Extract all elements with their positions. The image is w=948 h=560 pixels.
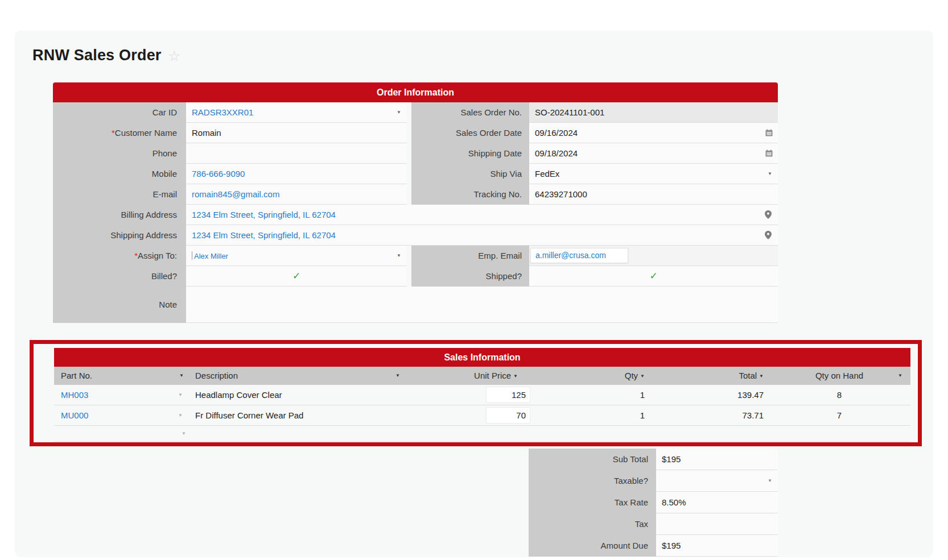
customer-name-value: Romain (192, 128, 221, 138)
taxable-dropdown[interactable]: ▼ (656, 470, 778, 492)
emp-email-label: Emp. Email (411, 246, 529, 266)
sub-total-value: $195 (656, 449, 778, 470)
favorite-star-icon[interactable]: ☆ (168, 48, 180, 64)
amount-due-label: Amount Due (529, 535, 656, 557)
chevron-down-icon[interactable]: ▼ (178, 385, 183, 405)
col-part-no[interactable]: Part No.▼ (54, 367, 191, 385)
car-id-value: RADSR3XXR01 (192, 107, 253, 117)
sales-row-2: MU000▼ Fr Diffuser Corner Wear Pad 70 1 … (54, 405, 910, 426)
mobile-field[interactable]: 786-666-9090 (186, 164, 407, 184)
car-id-dropdown[interactable]: RADSR3XXR01 ▼ (186, 102, 407, 123)
description-cell: Headlamp Cover Clear (191, 385, 407, 405)
emp-email-input[interactable]: a.miller@crusa.com (530, 248, 628, 263)
unit-price-input[interactable]: 70 (486, 407, 530, 424)
row-billed-shipped: Billed? ✓ Shipped? ✓ (53, 266, 778, 287)
sales-row-1: MH003▼ Headlamp Cover Clear 125 1 139.47… (54, 385, 910, 405)
row-email: E-mail romain845@gmail.com Tracking No. … (53, 184, 778, 205)
qty-on-hand-cell: 8 (768, 385, 910, 405)
customer-name-field[interactable]: Romain (186, 123, 407, 143)
sales-order-date-label: Sales Order Date (411, 123, 529, 143)
chevron-down-icon[interactable]: ▼ (179, 367, 184, 385)
sales-order-no-label: Sales Order No. (411, 102, 529, 123)
note-field[interactable] (186, 287, 778, 323)
sort-icon[interactable]: ▼ (640, 374, 645, 379)
sort-icon[interactable]: ▼ (513, 374, 518, 379)
col-unit-price[interactable]: Unit Price▼ (407, 367, 535, 385)
phone-label: Phone (53, 143, 186, 164)
amount-due-value: $195 (656, 535, 778, 557)
row-assign-to: *Assign To: Alex Miller ▼ Emp. Email a.m… (53, 246, 778, 266)
chevron-down-icon[interactable]: ▼ (395, 367, 400, 385)
chevron-down-icon[interactable]: ▼ (397, 102, 401, 123)
row-tax-rate: Tax Rate 8.50% (529, 492, 778, 513)
email-field[interactable]: romain845@gmail.com (186, 184, 407, 205)
row-note: Note (53, 287, 778, 323)
qty-cell[interactable]: 1 (535, 405, 652, 425)
order-information-section: Order Information Car ID RADSR3XXR01 ▼ S… (53, 82, 778, 323)
map-pin-icon[interactable] (765, 231, 772, 239)
chevron-down-icon[interactable]: ▼ (182, 426, 186, 442)
order-summary-section: Sub Total $195 Taxable? ▼ Tax Rate 8.50%… (529, 449, 778, 557)
chevron-down-icon[interactable]: ▼ (768, 164, 772, 184)
col-total[interactable]: Total▼ (652, 367, 768, 385)
part-no-dropdown[interactable]: MH003▼ (54, 385, 191, 405)
row-taxable: Taxable? ▼ (529, 470, 778, 492)
chevron-down-icon[interactable]: ▼ (178, 405, 183, 426)
qty-cell[interactable]: 1 (535, 385, 652, 405)
phone-field[interactable] (186, 143, 407, 164)
unit-price-input[interactable]: 125 (486, 387, 530, 403)
order-information-header: Order Information (53, 82, 778, 102)
sales-table-header-row: Part No.▼ Description▼ Unit Price▼ Qty▼ … (54, 367, 910, 385)
row-car-id: Car ID RADSR3XXR01 ▼ Sales Order No. SO-… (53, 102, 778, 123)
ship-via-label: Ship Via (411, 164, 529, 184)
shipping-address-field[interactable]: 1234 Elm Street, Springfield, IL 62704 (186, 225, 778, 246)
row-phone: Phone Shipping Date 09/18/2024 (53, 143, 778, 164)
chevron-down-icon[interactable]: ▼ (898, 367, 902, 385)
shipping-date-label: Shipping Date (411, 143, 529, 164)
billed-checkmark[interactable]: ✓ (186, 266, 407, 287)
assign-to-label: *Assign To: (53, 246, 186, 266)
page-title: RNW Sales Order (32, 47, 162, 64)
sales-row-empty[interactable]: ▼ (54, 426, 910, 442)
sort-icon[interactable]: ▼ (759, 374, 764, 379)
billing-address-field[interactable]: 1234 Elm Street, Springfield, IL 62704 (186, 205, 778, 225)
unit-price-cell: 125 (407, 385, 535, 405)
calendar-icon[interactable] (765, 150, 773, 157)
sales-order-date-field[interactable]: 09/16/2024 (529, 123, 778, 143)
shipped-label: Shipped? (411, 266, 529, 287)
tracking-no-field[interactable]: 64239271000 (529, 184, 778, 205)
row-billing-address: Billing Address 1234 Elm Street, Springf… (53, 205, 778, 225)
description-cell: Fr Diffuser Corner Wear Pad (191, 405, 407, 425)
sales-information-header: Sales Information (54, 348, 910, 367)
email-value: romain845@gmail.com (192, 189, 279, 199)
row-shipping-address: Shipping Address 1234 Elm Street, Spring… (53, 225, 778, 246)
part-no-dropdown[interactable]: MU000▼ (54, 405, 191, 425)
email-label: E-mail (53, 184, 186, 205)
total-cell: 73.71 (652, 405, 768, 425)
map-pin-icon[interactable] (765, 210, 772, 219)
chevron-down-icon[interactable]: ▼ (397, 246, 401, 266)
tracking-no-label: Tracking No. (411, 184, 529, 205)
emp-email-field: a.miller@crusa.com (529, 246, 778, 266)
col-qty-on-hand[interactable]: Qty on Hand▼ (768, 367, 910, 385)
chevron-down-icon[interactable]: ▼ (768, 470, 772, 492)
calendar-icon[interactable] (765, 129, 773, 136)
sales-order-no-value: SO-20241101-001 (535, 107, 604, 117)
col-qty[interactable]: Qty▼ (535, 367, 652, 385)
note-label: Note (53, 287, 186, 323)
car-id-label: Car ID (53, 102, 186, 123)
row-amount-due: Amount Due $195 (529, 535, 778, 557)
tracking-no-value: 64239271000 (535, 189, 587, 199)
shipping-address-label: Shipping Address (53, 225, 186, 246)
sub-total-label: Sub Total (529, 449, 656, 470)
total-cell: 139.47 (652, 385, 768, 405)
tax-rate-label: Tax Rate (529, 492, 656, 513)
shipped-checkmark[interactable]: ✓ (529, 266, 778, 287)
shipping-date-field[interactable]: 09/18/2024 (529, 143, 778, 164)
row-sub-total: Sub Total $195 (529, 449, 778, 470)
tax-rate-value[interactable]: 8.50% (656, 492, 778, 513)
assign-to-dropdown[interactable]: Alex Miller ▼ (186, 246, 407, 266)
col-description[interactable]: Description▼ (191, 367, 407, 385)
ship-via-dropdown[interactable]: FedEx ▼ (529, 164, 778, 184)
sales-order-date-value: 09/16/2024 (535, 128, 578, 138)
